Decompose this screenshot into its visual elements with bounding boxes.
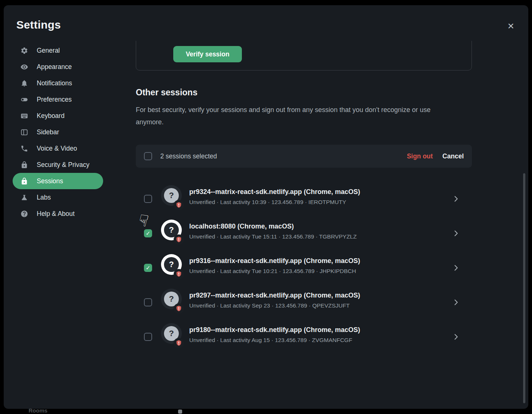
- session-checkbox[interactable]: [144, 298, 152, 306]
- sidebar-item-label: General: [37, 47, 60, 55]
- sidebar-item-label: Labs: [37, 194, 51, 201]
- selection-count-label: 2 sessions selected: [160, 152, 217, 160]
- sidebar-item[interactable]: Keyboard: [13, 108, 103, 124]
- background-avatar-fragment: [178, 410, 182, 414]
- selection-actions: Sign out Cancel: [407, 152, 464, 160]
- session-name: pr9316--matrix-react-sdk.netlify.app (Ch…: [189, 256, 360, 265]
- sidebar-item[interactable]: Labs: [13, 189, 103, 206]
- sidebar-item-label: Sessions: [37, 177, 63, 185]
- sidebar-item-label: Voice & Video: [37, 145, 77, 152]
- sessions-settings-panel: Verify session Other sessions For best s…: [119, 41, 525, 409]
- session-details: Unverified · Last activity 10:39 · 123.4…: [189, 198, 360, 206]
- sidebar-item[interactable]: Sidebar: [13, 124, 103, 140]
- session-details: Unverified · Last activity Tue 10:21 · 1…: [189, 267, 360, 275]
- session-details: Unverified · Last activity Tue 15:11 · 1…: [189, 233, 357, 241]
- sidebar-item[interactable]: Security & Privacy: [13, 157, 103, 173]
- lock-icon: [20, 161, 28, 169]
- session-avatar: ?: [161, 323, 182, 344]
- chevron-right-icon[interactable]: [452, 264, 460, 272]
- bell-icon: [20, 79, 28, 87]
- session-details: Unverified · Last activity Sep 23 · 123.…: [189, 302, 360, 310]
- session-name: pr9180--matrix-react-sdk.netlify.app (Ch…: [189, 325, 360, 334]
- current-session-panel: Verify session: [136, 41, 472, 70]
- session-name: pr9324--matrix-react-sdk.netlify.app (Ch…: [189, 187, 360, 196]
- verify-session-button[interactable]: Verify session: [173, 46, 242, 62]
- session-checkbox[interactable]: [144, 264, 152, 272]
- sidebar-item[interactable]: Notifications: [13, 75, 103, 91]
- other-sessions-description: For best security, verify your sessions …: [136, 104, 447, 128]
- unverified-shield-icon: [174, 269, 184, 279]
- session-checkbox[interactable]: [144, 195, 152, 203]
- session-name: pr9297--matrix-react-sdk.netlify.app (Ch…: [189, 291, 360, 300]
- page-title: Settings: [16, 19, 61, 31]
- session-row[interactable]: ? pr9316--matrix-react-sdk.netlify.app (…: [136, 255, 472, 281]
- session-row[interactable]: ? pr9324--matrix-react-sdk.netlify.app (…: [136, 186, 472, 212]
- eye-icon: [20, 63, 28, 71]
- chevron-right-icon[interactable]: [452, 195, 460, 203]
- select-all-checkbox[interactable]: [144, 152, 152, 160]
- session-checkbox[interactable]: [144, 333, 152, 341]
- unverified-shield-icon: [174, 338, 184, 348]
- sidebar-item-label: Keyboard: [37, 112, 65, 120]
- sidebar-item-label: Preferences: [37, 96, 72, 104]
- selection-bar: 2 sessions selected Sign out Cancel: [136, 145, 472, 168]
- session-row[interactable]: ? pr9297--matrix-react-sdk.netlify.app (…: [136, 289, 472, 315]
- sidebar-item-label: Sidebar: [37, 128, 59, 136]
- cancel-button[interactable]: Cancel: [443, 152, 464, 160]
- sidebar-item-label: Notifications: [37, 79, 72, 87]
- session-details: Unverified · Last activity Aug 15 · 123.…: [189, 336, 360, 344]
- lock-icon: [20, 177, 28, 185]
- keyboard-icon: [20, 112, 28, 120]
- close-icon[interactable]: ×: [504, 19, 518, 33]
- session-avatar: ?: [161, 289, 182, 309]
- sidebar-item[interactable]: General: [13, 42, 103, 59]
- session-avatar: ?: [161, 220, 182, 240]
- sidebar-item[interactable]: Preferences: [13, 91, 103, 108]
- session-checkbox[interactable]: [144, 229, 152, 237]
- session-row[interactable]: ? localhost:8080 (Chrome, macOS) U: [136, 220, 472, 246]
- settings-dialog: Settings × General Appearance Notificati…: [4, 5, 528, 409]
- phone-icon: [20, 144, 28, 152]
- settings-sidebar: General Appearance Notifications Prefere…: [13, 42, 103, 222]
- unverified-shield-icon: [174, 200, 184, 210]
- chevron-right-icon[interactable]: [452, 298, 460, 306]
- flask-icon: [20, 193, 28, 201]
- gear-icon: [20, 46, 28, 55]
- chevron-right-icon[interactable]: [452, 333, 460, 341]
- sign-out-button[interactable]: Sign out: [407, 152, 433, 160]
- unverified-shield-icon: [174, 303, 184, 314]
- chevron-right-icon[interactable]: [452, 229, 460, 237]
- sidebar-item[interactable]: Help & About: [13, 206, 103, 222]
- sidebar-item-label: Security & Privacy: [37, 161, 89, 169]
- sidebar-item[interactable]: Sessions: [13, 173, 103, 189]
- session-name: localhost:8080 (Chrome, macOS): [189, 222, 357, 231]
- help-circle-icon: [20, 210, 28, 218]
- session-avatar: ?: [161, 254, 182, 275]
- sidebar-item-label: Appearance: [37, 63, 72, 71]
- sidebar-item[interactable]: Appearance: [13, 59, 103, 75]
- columns-icon: [20, 128, 28, 136]
- scrollbar-thumb[interactable]: [523, 173, 525, 403]
- unverified-shield-icon: [174, 234, 184, 245]
- session-avatar: ?: [161, 185, 182, 206]
- toggle-icon: [20, 95, 28, 104]
- sidebar-item-label: Help & About: [37, 210, 75, 218]
- other-sessions-heading: Other sessions: [136, 88, 197, 98]
- session-list: ? pr9324--matrix-react-sdk.netlify.app (…: [136, 186, 472, 358]
- session-row[interactable]: ? pr9180--matrix-react-sdk.netlify.app (…: [136, 324, 472, 350]
- sidebar-item[interactable]: Voice & Video: [13, 140, 103, 157]
